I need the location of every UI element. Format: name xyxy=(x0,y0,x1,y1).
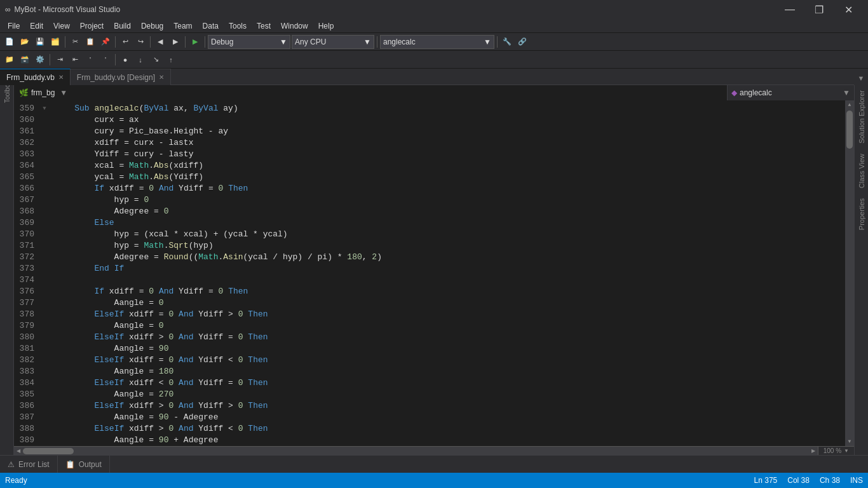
error-list-label: Error List xyxy=(18,460,50,469)
uncomment-button[interactable]: ' xyxy=(98,53,112,67)
close-button[interactable]: ✕ xyxy=(834,0,863,19)
attach-button[interactable]: 🔗 xyxy=(515,35,529,49)
nav-bar-left: 🌿 frm_bg ▼ xyxy=(14,85,727,100)
cpu-config-dropdown[interactable]: Any CPU ▼ xyxy=(292,35,374,49)
menu-tools[interactable]: Tools xyxy=(224,19,252,33)
title-bar-controls: — ❐ ✕ xyxy=(775,0,863,19)
title-bar: ∞ MyBot - Microsoft Visual Studio — ❐ ✕ xyxy=(0,0,868,19)
properties-button[interactable]: ⚙️ xyxy=(33,53,47,67)
start-debug-button[interactable]: ▶ xyxy=(188,35,202,49)
zoom-level[interactable]: 100 % xyxy=(824,447,841,454)
comment-button[interactable]: ' xyxy=(83,53,97,67)
status-ready: Ready xyxy=(5,476,27,485)
menu-bar: File Edit View Project Build Debug Team … xyxy=(0,19,868,33)
menu-debug[interactable]: Debug xyxy=(136,19,168,33)
class-view-button[interactable]: 🗃️ xyxy=(18,53,32,67)
class-view-tab[interactable]: Class View xyxy=(855,149,868,193)
solution-explorer-button[interactable]: 📁 xyxy=(3,53,17,67)
scroll-right-arrow[interactable]: ▶ xyxy=(809,447,818,456)
minimize-button[interactable]: — xyxy=(775,0,804,19)
h-scroll-thumb[interactable] xyxy=(23,448,74,454)
output-tab[interactable]: 📋 Output xyxy=(58,456,110,473)
breakpoint-button[interactable]: ● xyxy=(118,53,132,67)
menu-team[interactable]: Team xyxy=(168,19,197,33)
copy-button[interactable]: 📋 xyxy=(83,35,97,49)
project-dropdown[interactable]: anglecalc ▼ xyxy=(380,35,494,49)
menu-help[interactable]: Help xyxy=(313,19,339,33)
menu-data[interactable]: Data xyxy=(198,19,224,33)
nav-bar-right: ◆ anglecalc ▼ xyxy=(727,85,854,100)
menu-project[interactable]: Project xyxy=(75,19,109,33)
properties-tab[interactable]: Properties xyxy=(855,193,868,235)
tab-frm-buddy-vb[interactable]: Frm_buddy.vb ✕ xyxy=(0,69,71,85)
navigate-forward-button[interactable]: ▶ xyxy=(168,35,182,49)
menu-edit[interactable]: Edit xyxy=(25,19,48,33)
code-editor[interactable]: 359 360 361 362 363 364 365 366 367 368 … xyxy=(14,100,854,446)
bottom-panel: ⚠ Error List 📋 Output xyxy=(0,455,868,473)
tab-close-2[interactable]: ✕ xyxy=(159,74,164,81)
debug-tools-button[interactable]: 🔧 xyxy=(500,35,514,49)
collapse-btn-1[interactable]: ▼ xyxy=(39,103,50,114)
new-project-button[interactable]: 📄 xyxy=(3,35,17,49)
tab-label-1: Frm_buddy.vb xyxy=(6,73,55,82)
zoom-arrow[interactable]: ▼ xyxy=(844,448,849,454)
error-list-tab[interactable]: ⚠ Error List xyxy=(0,456,58,473)
scroll-down-arrow[interactable]: ▼ xyxy=(845,437,854,446)
step-into-button[interactable]: ↘ xyxy=(149,53,163,67)
outdent-button[interactable]: ⇤ xyxy=(68,53,82,67)
separator-4 xyxy=(185,36,186,48)
indent-button[interactable]: ⇥ xyxy=(53,53,67,67)
nav-method-icon: ◆ xyxy=(731,88,737,97)
nav-method-arrow[interactable]: ▼ xyxy=(843,88,850,97)
save-button[interactable]: 💾 xyxy=(33,35,47,49)
redo-button[interactable]: ↪ xyxy=(133,35,147,49)
separator-3 xyxy=(150,36,151,48)
paste-button[interactable]: 📌 xyxy=(98,35,112,49)
scrollbar-right[interactable]: ▲ ▼ xyxy=(845,100,854,446)
maximize-button[interactable]: ❐ xyxy=(804,0,834,19)
menu-window[interactable]: Window xyxy=(276,19,313,33)
nav-scope-icon: 🌿 xyxy=(19,88,29,97)
title-bar-left: ∞ MyBot - Microsoft Visual Studio xyxy=(5,5,120,14)
menu-file[interactable]: File xyxy=(3,19,25,33)
zoom-controls: 100 % ▼ xyxy=(818,447,854,456)
tabs-bar: Frm_buddy.vb ✕ Frm_buddy.vb [Design] ✕ ▼ xyxy=(0,69,868,85)
code-content[interactable]: Sub anglecalc(ByVal ax, ByVal ay) curx =… xyxy=(50,100,845,446)
status-col: Col 38 xyxy=(787,476,810,485)
toolbar-row-2: 📁 🗃️ ⚙️ ⇥ ⇤ ' ' ● ↓ ↘ ↑ xyxy=(0,51,868,69)
nav-bar: 🌿 frm_bg ▼ ◆ anglecalc ▼ xyxy=(14,85,854,100)
tab-close-1[interactable]: ✕ xyxy=(58,74,64,81)
tab-label-2: Frm_buddy.vb [Design] xyxy=(77,73,155,82)
cpu-config-arrow: ▼ xyxy=(363,37,371,46)
main-area: Toolbox 🌿 frm_bg ▼ ◆ anglecalc ▼ 359 360… xyxy=(0,85,868,455)
h-scroll-track[interactable] xyxy=(23,448,809,454)
cut-button[interactable]: ✂ xyxy=(68,35,82,49)
status-ins: INS xyxy=(850,476,863,485)
step-out-button[interactable]: ↑ xyxy=(164,53,178,67)
separator-t2-2 xyxy=(115,54,116,65)
output-icon: 📋 xyxy=(65,460,75,469)
separator-1 xyxy=(65,36,65,48)
horizontal-scrollbar[interactable]: ◀ ▶ 100 % ▼ xyxy=(14,446,854,455)
project-arrow: ▼ xyxy=(484,37,491,46)
undo-button[interactable]: ↩ xyxy=(118,35,132,49)
scroll-up-arrow[interactable]: ▲ xyxy=(845,100,854,109)
menu-build[interactable]: Build xyxy=(109,19,136,33)
toolbox-icon[interactable]: Toolbox xyxy=(0,85,14,99)
nav-scope-arrow[interactable]: ▼ xyxy=(60,88,67,97)
scroll-thumb[interactable] xyxy=(846,111,853,149)
tab-dropdown-button[interactable]: ▼ xyxy=(854,71,868,85)
scroll-track[interactable] xyxy=(845,109,854,437)
menu-view[interactable]: View xyxy=(48,19,75,33)
solution-explorer-tab[interactable]: Solution Explorer xyxy=(855,85,868,149)
step-over-button[interactable]: ↓ xyxy=(133,53,147,67)
open-button[interactable]: 📂 xyxy=(18,35,32,49)
scroll-left-arrow[interactable]: ◀ xyxy=(14,447,23,456)
collapse-gutter: ▼ xyxy=(39,100,50,446)
navigate-back-button[interactable]: ◀ xyxy=(153,35,167,49)
status-right: Ln 375 Col 38 Ch 38 INS xyxy=(754,476,863,485)
menu-test[interactable]: Test xyxy=(252,19,276,33)
save-all-button[interactable]: 🗂️ xyxy=(48,35,62,49)
debug-config-dropdown[interactable]: Debug ▼ xyxy=(208,35,290,49)
tab-frm-buddy-design[interactable]: Frm_buddy.vb [Design] ✕ xyxy=(71,69,171,85)
